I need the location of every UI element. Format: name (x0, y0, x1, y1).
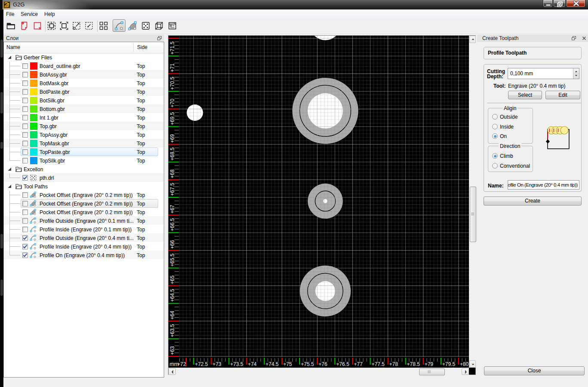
svg-text:+74: +74 (248, 361, 257, 367)
svg-text:+65.5: +65.5 (169, 253, 175, 267)
svg-text:+76: +76 (318, 361, 328, 367)
svg-text:+71.5: +71.5 (169, 41, 175, 55)
svg-text:+75.5: +75.5 (301, 361, 314, 367)
svg-text:+76.5: +76.5 (336, 361, 349, 367)
svg-text:+72: +72 (177, 361, 186, 367)
svg-text:+64.5: +64.5 (169, 289, 175, 302)
svg-text:+70.5: +70.5 (169, 77, 175, 90)
svg-text:+79.5: +79.5 (442, 361, 456, 367)
svg-text:+66.5: +66.5 (169, 218, 175, 231)
svg-text:+78: +78 (389, 361, 398, 367)
svg-text:+65: +65 (169, 275, 175, 284)
svg-text:+80: +80 (460, 361, 469, 367)
svg-text:+71: +71 (169, 63, 175, 72)
svg-text:+63.5: +63.5 (169, 324, 175, 338)
svg-text:+68.5: +68.5 (169, 147, 175, 161)
svg-text:+66: +66 (169, 240, 175, 249)
svg-text:+68: +68 (169, 169, 175, 178)
svg-text:+77.5: +77.5 (371, 361, 385, 367)
svg-text:+77: +77 (354, 361, 363, 367)
svg-text:+74.5: +74.5 (266, 361, 279, 367)
svg-text:+69: +69 (169, 134, 175, 143)
svg-text:+63: +63 (169, 346, 175, 355)
svg-text:mm: mm (170, 361, 179, 367)
svg-text:+69.5: +69.5 (169, 112, 175, 125)
svg-text:+70: +70 (169, 98, 175, 108)
svg-text:+75: +75 (283, 361, 292, 367)
svg-text:+78.5: +78.5 (407, 361, 420, 367)
svg-text:+79: +79 (425, 361, 434, 367)
svg-text:+64: +64 (169, 311, 175, 320)
svg-text:+72.5: +72.5 (195, 361, 208, 367)
svg-text:+67: +67 (169, 205, 175, 214)
svg-text:+73.5: +73.5 (230, 361, 244, 367)
svg-text:+67.5: +67.5 (169, 183, 175, 196)
svg-text:+73: +73 (213, 361, 222, 367)
